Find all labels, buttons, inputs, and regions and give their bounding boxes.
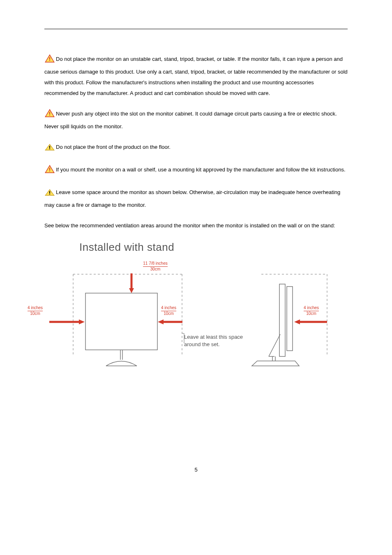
- svg-line-39: [269, 334, 280, 356]
- svg-rect-14: [49, 168, 50, 170]
- warning-icon: [44, 109, 55, 121]
- caution-icon: [44, 143, 55, 155]
- document-page: Do not place the monitor on an unstable …: [0, 0, 392, 489]
- paragraph-2-text: Never push any object into the slot on t…: [44, 111, 337, 130]
- dim-left-label: 4 inches 10cm: [24, 305, 46, 316]
- paragraph-5: Leave some space around the monitor as s…: [44, 187, 348, 210]
- svg-marker-28: [79, 319, 85, 324]
- paragraph-6: See below the recommended ventilation ar…: [44, 220, 348, 231]
- diagram-svg: [44, 261, 348, 384]
- paragraph-4-text: If you mount the monitor on a wall or sh…: [56, 166, 346, 173]
- svg-rect-3: [49, 60, 50, 61]
- diagram-heading: Installed with stand: [79, 241, 348, 254]
- svg-rect-18: [49, 191, 50, 193]
- paragraph-4: If you mount the monitor on a wall or sh…: [44, 164, 348, 177]
- svg-marker-32: [294, 319, 300, 324]
- page-number: 5: [44, 467, 348, 473]
- svg-rect-10: [49, 146, 50, 148]
- svg-rect-7: [49, 115, 50, 116]
- horizontal-rule: [44, 29, 348, 29]
- paragraph-5-text: Leave some space around the monitor as s…: [44, 189, 340, 208]
- svg-rect-6: [49, 112, 50, 114]
- svg-rect-2: [49, 57, 50, 60]
- warning-icon: [44, 164, 55, 177]
- warning-icon: [44, 54, 55, 67]
- paragraph-1-text: Do not place the monitor on an unstable …: [44, 56, 348, 96]
- svg-rect-37: [279, 284, 285, 356]
- svg-rect-38: [287, 287, 293, 351]
- paragraph-6-text: See below the recommended ventilation ar…: [44, 222, 335, 229]
- svg-marker-26: [129, 288, 134, 293]
- paragraph-3-text: Do not place the front of the product on…: [56, 144, 171, 150]
- dim-left-cm: 10cm: [30, 311, 40, 316]
- paragraph-3: Do not place the front of the product on…: [44, 142, 348, 155]
- caution-icon: [44, 189, 55, 200]
- paragraph-2: Never push any object into the slot on t…: [44, 109, 348, 132]
- svg-rect-11: [49, 148, 50, 149]
- ventilation-diagram: 11 7/8 inches 30cm 4 inches 10cm 4 inche…: [44, 261, 348, 384]
- svg-rect-15: [49, 171, 50, 171]
- paragraph-1: Do not place the monitor on an unstable …: [44, 54, 348, 99]
- dim-left-inches: 4 inches: [28, 305, 43, 311]
- svg-marker-30: [158, 319, 164, 324]
- svg-rect-33: [85, 293, 157, 350]
- svg-rect-19: [49, 194, 50, 194]
